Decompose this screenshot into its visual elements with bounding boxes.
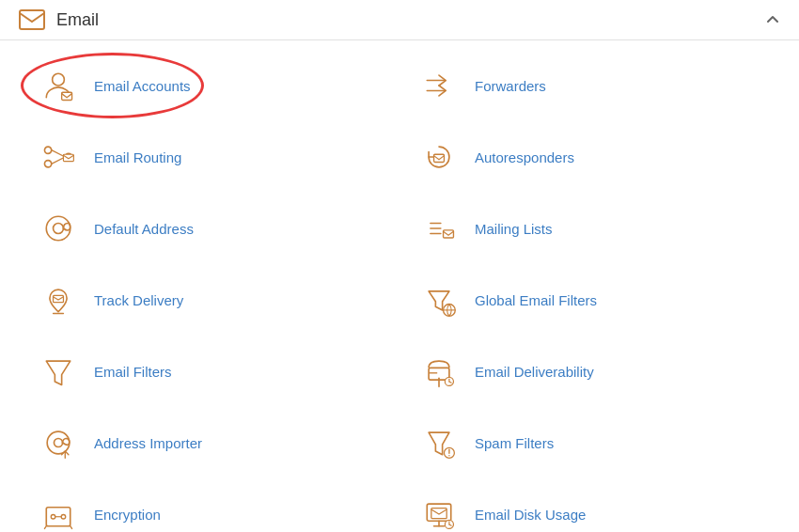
svg-rect-6 <box>63 154 73 161</box>
email-accounts-label: Email Accounts <box>94 78 191 94</box>
svg-point-9 <box>54 224 64 234</box>
header-left: Email <box>19 9 99 30</box>
header-title: Email <box>56 10 99 30</box>
spam-filters-item[interactable]: Spam Filters <box>400 407 780 478</box>
encryption-label: Encryption <box>94 507 161 523</box>
spam-filters-icon <box>418 422 460 463</box>
svg-point-31 <box>51 514 55 519</box>
svg-point-25 <box>54 438 62 446</box>
forwarders-label: Forwarders <box>475 78 546 94</box>
address-importer-icon <box>38 422 79 463</box>
default-address-icon <box>38 208 79 249</box>
svg-rect-7 <box>434 154 445 162</box>
svg-point-29 <box>448 455 449 456</box>
svg-line-34 <box>70 526 72 529</box>
forwarders-icon <box>418 65 460 106</box>
svg-rect-0 <box>20 10 44 29</box>
svg-rect-13 <box>444 230 454 238</box>
email-disk-usage-item[interactable]: Email Disk Usage <box>400 478 780 532</box>
email-features-grid: Email Accounts Forwarders <box>0 40 799 532</box>
email-filters-icon <box>38 351 79 392</box>
email-section-header[interactable]: Email <box>0 0 799 40</box>
svg-rect-37 <box>431 509 446 519</box>
encryption-item[interactable]: Encryption <box>19 478 400 532</box>
email-deliverability-item[interactable]: Email Deliverability <box>400 336 780 407</box>
mailing-lists-icon <box>418 208 460 249</box>
email-routing-label: Email Routing <box>94 149 181 165</box>
svg-rect-14 <box>54 295 64 302</box>
default-address-label: Default Address <box>94 221 194 237</box>
track-delivery-label: Track Delivery <box>94 292 183 308</box>
email-deliverability-label: Email Deliverability <box>475 364 594 380</box>
email-filters-item[interactable]: Email Filters <box>19 336 400 407</box>
svg-rect-2 <box>62 92 72 100</box>
address-importer-label: Address Importer <box>94 435 202 451</box>
email-accounts-item[interactable]: Email Accounts <box>19 50 400 121</box>
email-disk-usage-icon <box>418 493 460 532</box>
email-routing-item[interactable]: Email Routing <box>19 121 400 193</box>
track-delivery-item[interactable]: Track Delivery <box>19 264 400 336</box>
encryption-icon <box>38 493 79 532</box>
email-disk-usage-label: Email Disk Usage <box>475 507 586 523</box>
collapse-icon[interactable] <box>765 12 780 27</box>
autoresponders-label: Autoresponders <box>475 149 574 165</box>
autoresponders-item[interactable]: Autoresponders <box>400 121 780 193</box>
email-accounts-icon <box>38 65 79 106</box>
address-importer-item[interactable]: Address Importer <box>19 407 400 478</box>
mailing-lists-label: Mailing Lists <box>475 221 553 237</box>
svg-point-32 <box>61 514 66 519</box>
svg-point-24 <box>47 431 70 454</box>
global-email-filters-icon <box>418 279 460 321</box>
global-email-filters-label: Global Email Filters <box>475 292 597 308</box>
email-filters-label: Email Filters <box>94 364 172 380</box>
autoresponders-icon <box>418 136 460 178</box>
svg-point-4 <box>44 161 51 167</box>
svg-point-8 <box>46 216 70 240</box>
svg-point-3 <box>44 147 51 153</box>
forwarders-item[interactable]: Forwarders <box>400 50 780 121</box>
spam-filters-label: Spam Filters <box>475 435 554 451</box>
email-deliverability-icon <box>418 351 460 392</box>
svg-point-1 <box>53 73 65 86</box>
global-email-filters-item[interactable]: Global Email Filters <box>400 264 780 336</box>
email-header-icon <box>19 9 45 30</box>
email-routing-icon <box>38 136 79 178</box>
svg-line-33 <box>44 526 46 529</box>
default-address-item[interactable]: Default Address <box>19 193 400 264</box>
mailing-lists-item[interactable]: Mailing Lists <box>400 193 780 264</box>
track-delivery-icon <box>38 279 79 321</box>
